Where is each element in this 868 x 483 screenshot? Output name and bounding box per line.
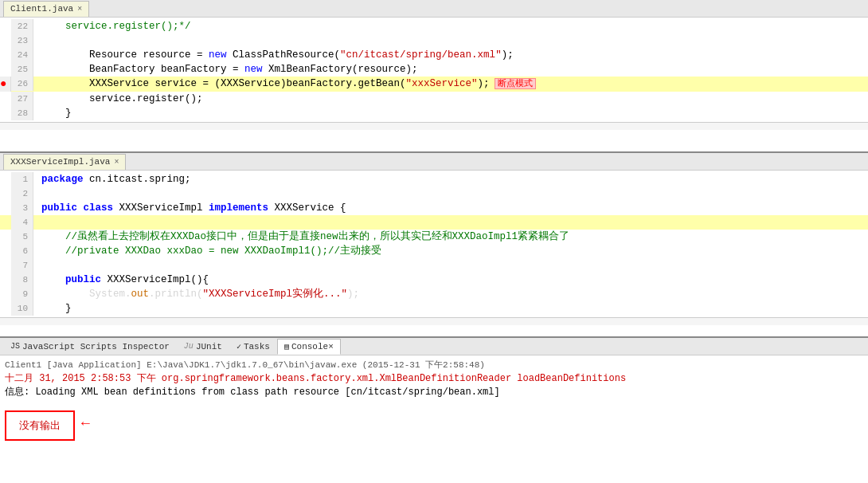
tab-console-close[interactable]: ×	[328, 342, 334, 351]
tab-xxxserviceimpl-label: XXXServiceImpl.java	[10, 157, 110, 167]
no-output-box: 没有输出	[5, 410, 75, 441]
code-line-p2-5: 5 //虽然看上去控制权在XXXDao接口中，但是由于是直接new出来的，所以其…	[0, 230, 868, 244]
arrow-icon: ←	[81, 415, 90, 431]
hscroll-2[interactable]	[0, 317, 868, 325]
linecontent-p2-4	[38, 215, 868, 230]
code-pane-2: 1 package cn.itcast.spring; 2 3 public c…	[0, 171, 868, 338]
linenum-p2-10: 10	[11, 301, 33, 316]
tab-tasks-label: Tasks	[244, 342, 270, 351]
breakpoint-label: 断点模式	[495, 78, 536, 89]
linenum-p2-8: 8	[11, 273, 33, 287]
code-line-p2-9: 9 System.out.println("XXXServiceImpl实例化.…	[0, 287, 868, 301]
no-output-area: 没有输出 ←	[5, 406, 863, 441]
code-line-23: 23	[0, 33, 868, 48]
linecontent-28: }	[38, 106, 868, 120]
code-line-p2-4: 4	[0, 215, 868, 230]
code-line-p2-7: 7	[0, 258, 868, 273]
linecontent-p2-3: public class XXXServiceImpl implements X…	[38, 201, 868, 215]
console-line1: 十二月 31, 2015 2:58:53 下午 org.springframew…	[5, 372, 863, 386]
console-content: Client1 [Java Application] E:\Java\JDK1.…	[0, 355, 868, 483]
bottom-tab-bar: JS JavaScript Scripts Inspector Ju JUnit…	[0, 338, 868, 355]
linenum-27: 27	[11, 92, 33, 106]
code-line-p2-10: 10 }	[0, 301, 868, 316]
linenum-p2-7: 7	[11, 258, 33, 273]
top-tab-bar-2: XXXServiceImpl.java ×	[0, 153, 868, 171]
hscroll-1[interactable]	[0, 122, 868, 130]
tab-client1-close[interactable]: ×	[77, 5, 82, 14]
linenum-p2-9: 9	[11, 287, 33, 301]
linenum-26: 26	[11, 77, 33, 91]
tab-js-scripts-label: JavaScript Scripts Inspector	[22, 342, 170, 351]
code-line-27: 27 service.register();	[0, 92, 868, 106]
tab-console-label: Console	[291, 342, 328, 351]
code-lines-1: 22 service.register();*/ 23 24 Resource …	[0, 18, 868, 122]
linecontent-p2-10: }	[38, 301, 868, 316]
code-pane-1: 22 service.register();*/ 23 24 Resource …	[0, 18, 868, 153]
code-lines-2: 1 package cn.itcast.spring; 2 3 public c…	[0, 171, 868, 317]
code-line-22: 22 service.register();*/	[0, 19, 868, 33]
junit-icon: Ju	[184, 342, 194, 351]
tab-console[interactable]: ▤ Console ×	[277, 339, 341, 355]
linenum-25: 25	[11, 62, 33, 77]
console-icon: ▤	[284, 342, 289, 351]
linecontent-p2-2	[38, 187, 868, 201]
linenum-p2-3: 3	[11, 201, 33, 215]
linenum-p2-6: 6	[11, 244, 33, 258]
linenum-p2-4: 4	[11, 215, 33, 230]
bottom-panel: JS JavaScript Scripts Inspector Ju JUnit…	[0, 338, 868, 483]
linecontent-24: Resource resource = new ClassPathResourc…	[38, 48, 868, 62]
linecontent-26: XXXService service = (XXXService)beanFac…	[38, 77, 868, 91]
linenum-p2-5: 5	[11, 230, 33, 244]
linecontent-23	[38, 33, 868, 48]
linecontent-p2-8: public XXXServiceImpl(){	[38, 273, 868, 287]
tab-client1-label: Client1.java	[10, 4, 73, 14]
console-header: Client1 [Java Application] E:\Java\JDK1.…	[5, 359, 863, 372]
code-line-p2-8: 8 public XXXServiceImpl(){	[0, 273, 868, 287]
linecontent-p2-1: package cn.itcast.spring;	[38, 172, 868, 187]
js-icon: JS	[10, 342, 20, 351]
linenum-p2-1: 1	[11, 172, 33, 187]
top-tab-bar-1: Client1.java ×	[0, 0, 868, 18]
linenum-22: 22	[11, 19, 33, 33]
tasks-icon: ✓	[237, 342, 241, 351]
gutter-26: ●	[0, 77, 11, 92]
code-line-28: 28 }	[0, 106, 868, 120]
code-line-p2-6: 6 //private XXXDao xxxDao = new XXXDaoIm…	[0, 244, 868, 258]
linecontent-p2-7	[38, 258, 868, 273]
linecontent-p2-5: //虽然看上去控制权在XXXDao接口中，但是由于是直接new出来的，所以其实已…	[38, 230, 868, 244]
breakpoint-dot: ●	[0, 77, 6, 90]
tab-junit[interactable]: Ju JUnit	[177, 339, 229, 355]
linecontent-27: service.register();	[38, 92, 868, 106]
tab-tasks[interactable]: ✓ Tasks	[229, 339, 277, 355]
console-line2: 信息: Loading XML bean definitions from cl…	[5, 386, 863, 399]
linenum-24: 24	[11, 48, 33, 62]
tab-client1-java[interactable]: Client1.java ×	[3, 1, 89, 17]
linecontent-22: service.register();*/	[38, 19, 868, 33]
linenum-23: 23	[11, 33, 33, 48]
code-line-p2-2: 2	[0, 187, 868, 201]
tab-xxxserviceimpl-close[interactable]: ×	[114, 158, 119, 167]
linecontent-p2-9: System.out.println("XXXServiceImpl实例化...…	[38, 287, 868, 301]
code-line-p2-3: 3 public class XXXServiceImpl implements…	[0, 201, 868, 215]
linenum-p2-2: 2	[11, 187, 33, 201]
tab-js-scripts[interactable]: JS JavaScript Scripts Inspector	[3, 339, 177, 355]
editor-container: Client1.java × 22 service.register();*/ …	[0, 0, 868, 483]
tab-xxxserviceimpl-java[interactable]: XXXServiceImpl.java ×	[3, 154, 126, 170]
no-output-text: 没有输出	[19, 420, 61, 432]
code-line-26: ● 26 XXXService service = (XXXService)be…	[0, 77, 868, 92]
code-line-25: 25 BeanFactory beanFactory = new XmlBean…	[0, 62, 868, 77]
linenum-28: 28	[11, 106, 33, 120]
linecontent-25: BeanFactory beanFactory = new XmlBeanFac…	[38, 62, 868, 77]
code-line-p2-1: 1 package cn.itcast.spring;	[0, 172, 868, 187]
linecontent-p2-6: //private XXXDao xxxDao = new XXXDaoImpl…	[38, 244, 868, 258]
tab-junit-label: JUnit	[196, 342, 222, 351]
code-line-24: 24 Resource resource = new ClassPathReso…	[0, 48, 868, 62]
